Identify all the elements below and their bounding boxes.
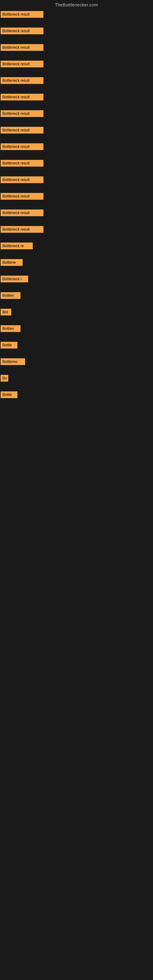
bottleneck-row: Bottleneck r <box>1 275 153 286</box>
bottleneck-result-badge: Bottleneck result <box>1 94 43 100</box>
bottleneck-row: Bottleneck result <box>1 127 153 138</box>
bottleneck-result-badge: Bo <box>1 375 8 382</box>
bottleneck-row: Bottleneck result <box>1 226 153 237</box>
bottleneck-result-badge: Bottleneck result <box>1 127 43 134</box>
page-wrapper: TheBottlenecker.com Bottleneck resultBot… <box>0 0 153 409</box>
bottleneck-result-badge: Bottleneck result <box>1 226 43 233</box>
bottleneck-row: Bot <box>1 309 153 320</box>
bottleneck-result-badge: Bottle <box>1 342 18 348</box>
bottleneck-row: Bottle <box>1 391 153 402</box>
bottleneck-result-badge: Bottleneck result <box>1 210 43 216</box>
bottleneck-result-badge: Bottleneck result <box>1 44 43 51</box>
bottleneck-row: Bottleneck result <box>1 210 153 221</box>
bottleneck-row: Bottleneck result <box>1 27 153 38</box>
bottleneck-row: Bottleneck result <box>1 160 153 171</box>
bottleneck-row: Bottleneck result <box>1 143 153 154</box>
bottleneck-result-badge: Bottlen <box>1 292 21 299</box>
bottleneck-result-badge: Bottlene <box>1 259 22 266</box>
bottleneck-row: Bottle <box>1 342 153 353</box>
bottleneck-result-badge: Bottleneck result <box>1 193 43 200</box>
bottleneck-row: Bottleneck result <box>1 77 153 88</box>
bottleneck-row: Bottleneck result <box>1 177 153 188</box>
items-container: Bottleneck resultBottleneck resultBottle… <box>0 10 153 409</box>
bottleneck-result-badge: Bottle <box>1 391 18 398</box>
bottleneck-row: Bottleneck result <box>1 60 153 72</box>
bottleneck-result-badge: Bottleneck result <box>1 160 43 167</box>
bottleneck-row: Bottlene <box>1 259 153 270</box>
site-title: TheBottlenecker.com <box>0 0 153 10</box>
bottleneck-result-badge: Bottleneck result <box>1 11 43 18</box>
bottleneck-row: Bottleneck result <box>1 110 153 121</box>
bottleneck-result-badge: Bottleneck result <box>1 77 43 84</box>
bottleneck-row: Bottleneck result <box>1 193 153 204</box>
bottleneck-result-badge: Bottlen <box>1 325 21 332</box>
bottleneck-row: Bottleneck result <box>1 94 153 105</box>
bottleneck-row: Bottlenec <box>1 358 153 369</box>
bottleneck-result-badge: Bottleneck result <box>1 177 43 183</box>
bottleneck-row: Bottleneck result <box>1 44 153 55</box>
bottleneck-result-badge: Bottleneck result <box>1 110 43 117</box>
bottleneck-result-badge: Bottleneck r <box>1 275 28 282</box>
bottleneck-row: Bottleneck re <box>1 243 153 254</box>
bottleneck-result-badge: Bottlenec <box>1 358 25 365</box>
bottleneck-result-badge: Bot <box>1 309 11 315</box>
bottleneck-row: Bottlen <box>1 292 153 303</box>
bottleneck-result-badge: Bottleneck re <box>1 243 33 249</box>
bottleneck-result-badge: Bottleneck result <box>1 143 43 150</box>
bottleneck-row: Bottlen <box>1 325 153 336</box>
bottleneck-result-badge: Bottleneck result <box>1 60 43 67</box>
bottleneck-row: Bo <box>1 375 153 386</box>
bottleneck-result-badge: Bottleneck result <box>1 27 43 34</box>
bottleneck-row: Bottleneck result <box>1 11 153 22</box>
